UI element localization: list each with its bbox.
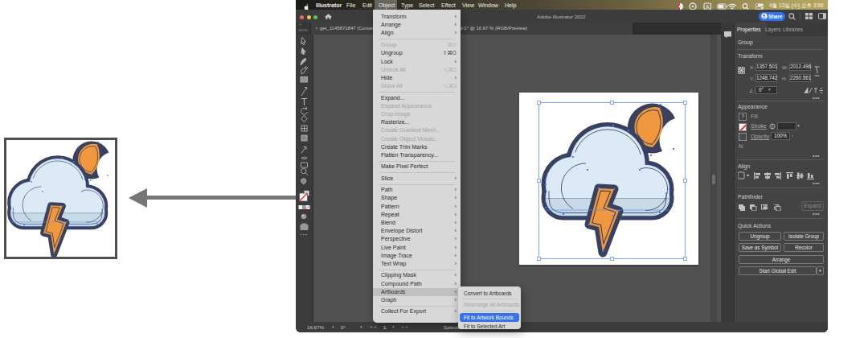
svg-text:A: A <box>706 4 710 10</box>
